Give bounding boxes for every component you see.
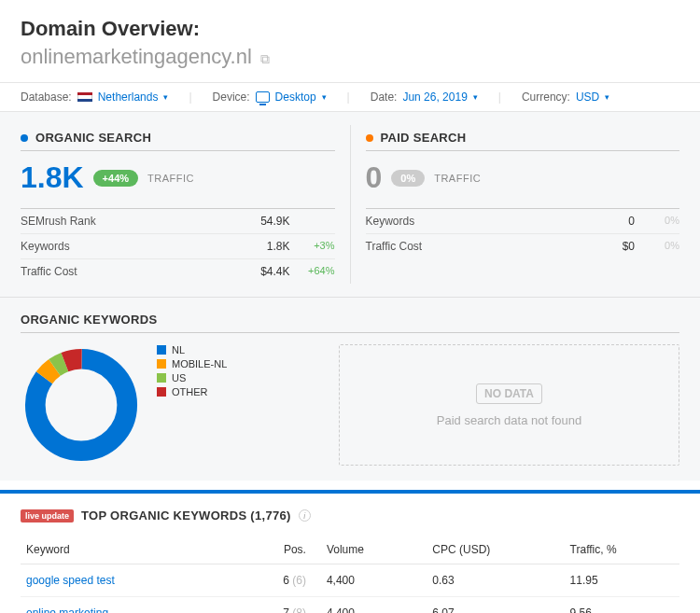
col-volume[interactable]: Volume (312, 536, 427, 564)
stat-value: 0 (628, 215, 635, 228)
panel-divider (350, 125, 351, 284)
stat-delta: 0% (644, 215, 679, 228)
chevron-down-icon: ▾ (473, 92, 478, 102)
filter-label: Currency: (522, 91, 570, 104)
col-traffic[interactable]: Traffic, % (565, 536, 679, 564)
cell-traffic: 9.56 (565, 597, 679, 614)
organic-search-panel: ORGANIC SEARCH 1.8K +44% TRAFFIC SEMrush… (21, 125, 335, 284)
stat-delta: 0% (644, 240, 679, 253)
no-data-badge: NO DATA (476, 383, 542, 404)
legend-swatch (157, 345, 166, 355)
paid-traffic-value[interactable]: 0 (366, 160, 383, 195)
page-title: Domain Overview: (21, 17, 679, 41)
panel-title: ORGANIC SEARCH (35, 131, 151, 145)
filter-label: Date: (371, 91, 398, 104)
desktop-icon (256, 91, 270, 103)
legend-item[interactable]: NL (157, 344, 227, 355)
legend-swatch (157, 387, 166, 397)
legend-item[interactable]: US (157, 372, 227, 383)
stat-delta: +64% (300, 265, 335, 278)
external-link-icon[interactable]: ⧉ (260, 51, 270, 66)
legend-label: NL (172, 344, 185, 355)
stat-name: SEMrush Rank (21, 215, 96, 228)
stat-row: Traffic Cost$4.4K+64% (21, 258, 335, 284)
legend-label: US (172, 372, 186, 383)
legend-label: OTHER (172, 386, 208, 397)
info-icon[interactable]: i (299, 509, 311, 522)
stat-row: SEMrush Rank54.9K (21, 208, 335, 233)
cell-cpc: 6.07 (427, 597, 564, 614)
filter-device[interactable]: Device: Desktop ▾ (213, 91, 327, 104)
stat-delta (300, 215, 335, 228)
table-row: google speed test6 (6)4,4000.6311.95 (21, 564, 679, 597)
dot-icon (21, 134, 28, 142)
stat-name: Keywords (21, 240, 70, 253)
filter-date[interactable]: Date: Jun 26, 2019 ▾ (371, 91, 478, 104)
cell-pos: 6 (6) (218, 564, 312, 597)
chevron-down-icon: ▾ (163, 92, 168, 102)
organic-traffic-value[interactable]: 1.8K (21, 160, 84, 195)
stat-value: $0 (623, 240, 635, 253)
chevron-down-icon: ▾ (605, 92, 609, 102)
keyword-link[interactable]: online marketing (26, 606, 108, 613)
cell-traffic: 11.95 (565, 564, 679, 597)
separator: | (498, 91, 501, 104)
filter-currency[interactable]: Currency: USD ▾ (522, 91, 609, 104)
stat-value: $4.4K (260, 265, 289, 278)
paid-traffic-delta: 0% (391, 170, 425, 187)
legend-item[interactable]: OTHER (157, 386, 227, 397)
legend-label: MOBILE-NL (172, 358, 227, 369)
cell-volume: 4,400 (312, 597, 427, 614)
stat-row: Keywords00% (366, 208, 680, 233)
donut-chart[interactable] (21, 344, 142, 466)
cell-volume: 4,400 (312, 564, 427, 597)
stat-value: 54.9K (260, 215, 289, 228)
keywords-table: Keyword Pos. Volume CPC (USD) Traffic, %… (21, 536, 679, 613)
separator: | (347, 91, 350, 104)
stat-row: Traffic Cost$00% (366, 233, 680, 258)
legend-item[interactable]: MOBILE-NL (157, 358, 227, 369)
stat-name: Traffic Cost (21, 265, 77, 278)
chevron-down-icon: ▾ (322, 92, 327, 102)
col-keyword[interactable]: Keyword (21, 536, 218, 564)
filter-database[interactable]: Database: Netherlands ▾ (21, 91, 168, 104)
col-pos[interactable]: Pos. (218, 536, 312, 564)
col-cpc[interactable]: CPC (USD) (427, 536, 564, 564)
top-keywords-title: TOP ORGANIC KEYWORDS (1,776) (81, 509, 291, 522)
stat-delta: +3% (300, 240, 335, 253)
dot-icon (366, 134, 373, 142)
stat-name: Traffic Cost (366, 240, 423, 253)
keyword-link[interactable]: google speed test (26, 574, 115, 587)
organic-keywords-title: ORGANIC KEYWORDS (21, 313, 679, 333)
filter-label: Device: (213, 91, 250, 104)
domain-name: onlinemarketingagency.nl (21, 45, 252, 68)
filter-value: USD (576, 91, 599, 104)
stat-name: Keywords (366, 215, 415, 228)
live-update-badge: live update (21, 509, 74, 522)
no-data-box: NO DATA Paid search data not found (339, 344, 679, 466)
legend-swatch (157, 373, 166, 383)
no-data-text: Paid search data not found (437, 413, 581, 427)
separator: | (189, 91, 191, 104)
filter-value: Desktop (275, 91, 316, 104)
cell-pos: 7 (8) (218, 597, 312, 614)
legend-swatch (157, 359, 166, 369)
stat-row: Keywords1.8K+3% (21, 233, 335, 258)
panel-title: PAID SEARCH (381, 131, 467, 145)
flag-icon (77, 92, 92, 103)
filter-value: Netherlands (98, 91, 159, 104)
table-row: online marketing7 (8)4,4006.079.56 (21, 597, 679, 614)
cell-cpc: 0.63 (427, 564, 564, 597)
filter-label: Database: (21, 91, 72, 104)
traffic-label: TRAFFIC (434, 173, 481, 184)
filter-value: Jun 26, 2019 (402, 91, 467, 104)
paid-search-panel: PAID SEARCH 0 0% TRAFFIC Keywords00%Traf… (366, 125, 680, 284)
organic-traffic-delta: +44% (93, 170, 138, 187)
filter-bar: Database: Netherlands ▾ | Device: Deskto… (0, 82, 700, 112)
traffic-label: TRAFFIC (147, 173, 194, 184)
stat-value: 1.8K (267, 240, 290, 253)
